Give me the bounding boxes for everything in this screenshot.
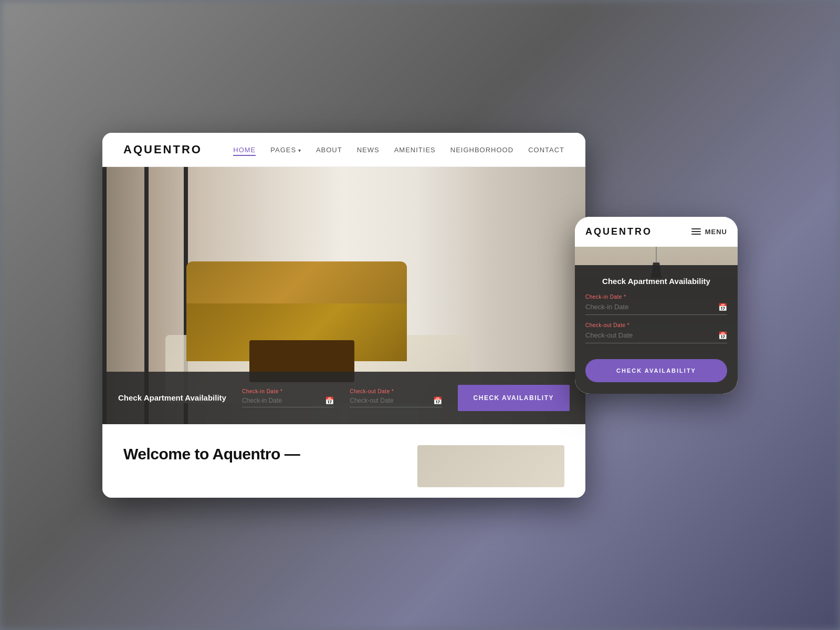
desktop-checkin-input[interactable] — [242, 397, 325, 404]
desktop-checkout-label: Check-out Date * — [350, 388, 442, 394]
welcome-section: Welcome to Aquentro — — [102, 424, 585, 498]
desktop-check-availability-button[interactable]: CHECK AVAILABILITY — [458, 385, 570, 411]
desktop-hero: Check Apartment Availability Check-in Da… — [102, 167, 585, 424]
desktop-checkout-input[interactable] — [350, 397, 433, 404]
mobile-logo: AQUENTRO — [585, 226, 652, 237]
mobile-checkout-field: Check-out Date * 📅 — [585, 322, 727, 343]
mobile-mockup: AQUENTRO MENU Check Apartment Availabili… — [575, 217, 738, 394]
nav-item-about[interactable]: ABOUT — [316, 145, 342, 154]
welcome-image-preview — [417, 445, 564, 487]
mobile-checkout-calendar-icon: 📅 — [718, 331, 727, 340]
desktop-checkin-input-wrap: 📅 — [242, 396, 334, 407]
nav-item-contact[interactable]: CONTACT — [528, 145, 564, 154]
mobile-check-availability-button[interactable]: CHECK AVAILABILITY — [585, 359, 727, 382]
mobile-avail-title: Check Apartment Availability — [585, 277, 727, 286]
mobile-checkout-input-wrap: 📅 — [585, 331, 727, 343]
desktop-avail-title: Check Apartment Availability — [118, 392, 226, 403]
mobile-hero: Check Apartment Availability Check-in Da… — [575, 247, 738, 394]
scene-container: AQUENTRO HOME PAGES ABOUT NEWS AMENITIES — [102, 133, 738, 498]
mobile-availability-panel: Check Apartment Availability Check-in Da… — [575, 265, 738, 394]
desktop-logo: AQUENTRO — [123, 143, 202, 156]
nav-item-news[interactable]: NEWS — [357, 145, 380, 154]
mobile-checkin-field: Check-in Date * 📅 — [585, 294, 727, 315]
mobile-menu-label: MENU — [705, 228, 727, 236]
mobile-menu-button[interactable]: MENU — [691, 228, 727, 236]
mobile-checkin-calendar-icon: 📅 — [718, 303, 727, 311]
nav-item-neighborhood[interactable]: NEIGHBORHOOD — [450, 145, 513, 154]
desktop-mockup: AQUENTRO HOME PAGES ABOUT NEWS AMENITIES — [102, 133, 585, 498]
nav-item-pages[interactable]: PAGES — [270, 145, 301, 154]
desktop-checkout-input-wrap: 📅 — [350, 396, 442, 407]
mobile-checkin-input-wrap: 📅 — [585, 303, 727, 315]
desktop-nav: AQUENTRO HOME PAGES ABOUT NEWS AMENITIES — [102, 133, 585, 167]
mobile-nav: AQUENTRO MENU — [575, 217, 738, 247]
nav-item-amenities[interactable]: AMENITIES — [394, 145, 436, 154]
desktop-checkout-calendar-icon: 📅 — [433, 396, 442, 405]
mobile-checkout-input[interactable] — [585, 331, 718, 339]
desktop-checkout-field: Check-out Date * 📅 — [350, 388, 442, 407]
desktop-checkin-calendar-icon: 📅 — [325, 396, 334, 405]
desktop-nav-links: HOME PAGES ABOUT NEWS AMENITIES NEIGHBOR… — [233, 145, 564, 154]
desktop-availability-bar: Check Apartment Availability Check-in Da… — [102, 372, 585, 424]
sofa-back — [186, 261, 407, 303]
nav-item-home[interactable]: HOME — [233, 145, 256, 154]
welcome-title: Welcome to Aquentro — — [123, 445, 402, 463]
hamburger-icon — [691, 228, 701, 235]
mobile-checkin-label: Check-in Date * — [585, 294, 727, 300]
desktop-checkin-label: Check-in Date * — [242, 388, 334, 394]
welcome-left: Welcome to Aquentro — — [123, 445, 402, 487]
desktop-checkin-field: Check-in Date * 📅 — [242, 388, 334, 407]
mobile-checkout-label: Check-out Date * — [585, 322, 727, 328]
mobile-checkin-input[interactable] — [585, 303, 718, 311]
